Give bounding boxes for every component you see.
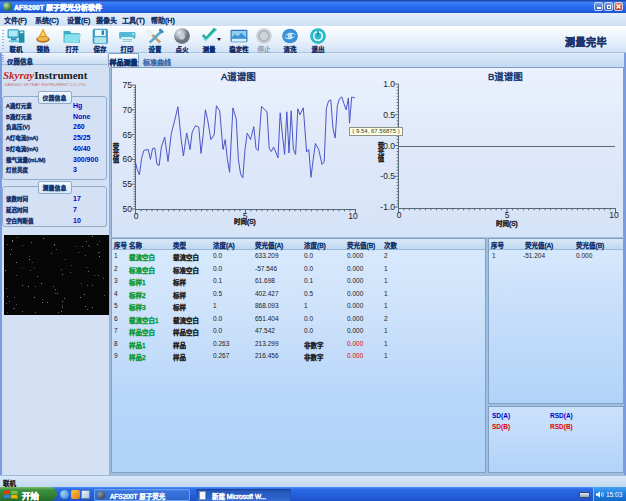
svg-text:60: 60 (123, 154, 133, 164)
svg-text:-1.0: -1.0 (380, 202, 395, 212)
svg-text:10: 10 (348, 211, 358, 221)
svg-text:1.0: 1.0 (383, 79, 395, 89)
svg-text:0: 0 (397, 210, 402, 220)
svg-text:75: 75 (123, 80, 133, 90)
svg-text:10: 10 (609, 210, 619, 220)
svg-text:55: 55 (123, 179, 133, 189)
svg-text:50: 50 (123, 204, 133, 214)
svg-text:65: 65 (123, 130, 133, 140)
svg-text:0.5: 0.5 (383, 110, 395, 120)
svg-text:-0.5: -0.5 (380, 171, 395, 181)
svg-text:0: 0 (134, 211, 139, 221)
svg-text:70: 70 (123, 105, 133, 115)
